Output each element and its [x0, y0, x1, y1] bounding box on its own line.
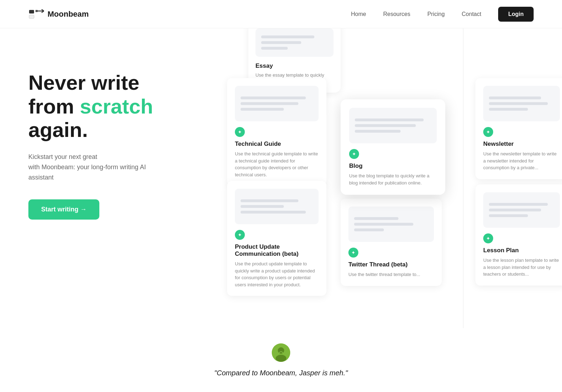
lesson-title: Lesson Plan: [483, 247, 560, 254]
blog-icon: ✦: [349, 149, 359, 159]
lesson-preview: [483, 192, 560, 228]
twitter-card: ✦ Twitter Thread (beta) Use the twitter …: [341, 199, 442, 286]
nav-resources[interactable]: Resources: [383, 11, 410, 17]
divider-line: [463, 28, 463, 328]
twitter-desc: Use the twitter thread template to...: [348, 271, 434, 278]
preview-line: [261, 41, 301, 44]
blog-title: Blog: [349, 162, 437, 170]
preview-line: [241, 205, 284, 208]
essay-title: Essay: [255, 62, 334, 70]
blog-card: ✦ Blog Use the blog template to quickly …: [341, 99, 445, 195]
preview-line: [354, 223, 413, 226]
preview-line: [489, 96, 541, 99]
preview-line: [241, 211, 306, 214]
preview-line: [355, 118, 424, 121]
preview-line: [355, 130, 401, 133]
preview-line: [489, 209, 541, 211]
preview-line: [261, 47, 288, 50]
hero-title: Never write from scratch again.: [28, 71, 156, 142]
hero-section: Never write from scratch again. Kickstar…: [0, 28, 184, 328]
svg-point-4: [278, 347, 284, 354]
svg-point-5: [276, 355, 286, 362]
product-desc: Use the product update template to quick…: [235, 260, 319, 288]
testimonial-quote: "Compared to Moonbeam, Jasper is meh.": [214, 369, 348, 377]
preview-line: [241, 199, 298, 202]
newsletter-desc: Use the newsletter template to write a n…: [483, 150, 560, 171]
preview-line: [355, 124, 416, 127]
product-icon: ✦: [235, 230, 245, 240]
preview-line: [489, 214, 528, 217]
nav-contact[interactable]: Contact: [462, 11, 481, 17]
preview-line: [489, 102, 548, 105]
preview-line: [241, 96, 306, 99]
lesson-plan-card: ✦ Lesson Plan Use the lesson plan templa…: [475, 184, 562, 286]
tech-guide-icon: ✦: [235, 127, 245, 137]
logo-icon: [28, 9, 44, 20]
main-content: Never write from scratch again. Kickstar…: [0, 28, 562, 328]
lesson-icon: ✦: [483, 233, 493, 243]
tech-preview: [235, 86, 319, 121]
product-update-card: ✦ Product Update Communication (beta) Us…: [227, 181, 326, 296]
newsletter-card: ✦ Newsletter Use the newsletter template…: [475, 78, 562, 179]
svg-rect-0: [29, 10, 34, 13]
lesson-desc: Use the lesson plan template to write a …: [483, 257, 560, 278]
preview-line: [241, 108, 284, 111]
preview-line: [489, 203, 548, 206]
twitter-title: Twitter Thread (beta): [348, 261, 434, 268]
preview-line: [489, 108, 528, 111]
start-writing-button[interactable]: Start writing →: [28, 199, 99, 220]
preview-line: [261, 35, 314, 38]
twitter-icon: ✦: [348, 248, 358, 258]
essay-preview: [255, 28, 334, 57]
technical-guide-card: ✦ Technical Guide Use the technical guid…: [227, 78, 326, 186]
blog-desc: Use the blog template to quickly write a…: [349, 172, 437, 186]
testimonial-section: "Compared to Moonbeam, Jasper is meh.": [0, 328, 562, 392]
nav-home[interactable]: Home: [351, 11, 366, 17]
nav-links: Home Resources Pricing Contact Login: [351, 7, 534, 22]
cards-area: Essay Use the essay template to quickly …: [184, 28, 562, 328]
preview-line: [354, 217, 398, 220]
logo[interactable]: Moonbeam: [28, 9, 89, 20]
hero-subtitle: Kickstart your next great with Moonbeam:…: [28, 152, 156, 182]
logo-text: Moonbeam: [48, 10, 89, 19]
product-preview: [235, 189, 319, 224]
nav-pricing[interactable]: Pricing: [427, 11, 445, 17]
newsletter-icon: ✦: [483, 127, 493, 137]
blog-preview: [349, 108, 437, 143]
navbar: Moonbeam Home Resources Pricing Contact …: [0, 0, 562, 28]
login-button[interactable]: Login: [498, 7, 534, 22]
twitter-preview: [348, 206, 434, 242]
newsletter-preview: [483, 86, 560, 121]
tech-guide-desc: Use the technical guide template to writ…: [235, 150, 319, 178]
newsletter-title: Newsletter: [483, 140, 560, 148]
tech-guide-title: Technical Guide: [235, 140, 319, 148]
svg-rect-1: [29, 15, 34, 18]
testimonial-avatar: [272, 343, 290, 362]
product-title: Product Update Communication (beta): [235, 243, 319, 258]
preview-line: [354, 228, 384, 231]
preview-line: [241, 102, 298, 105]
